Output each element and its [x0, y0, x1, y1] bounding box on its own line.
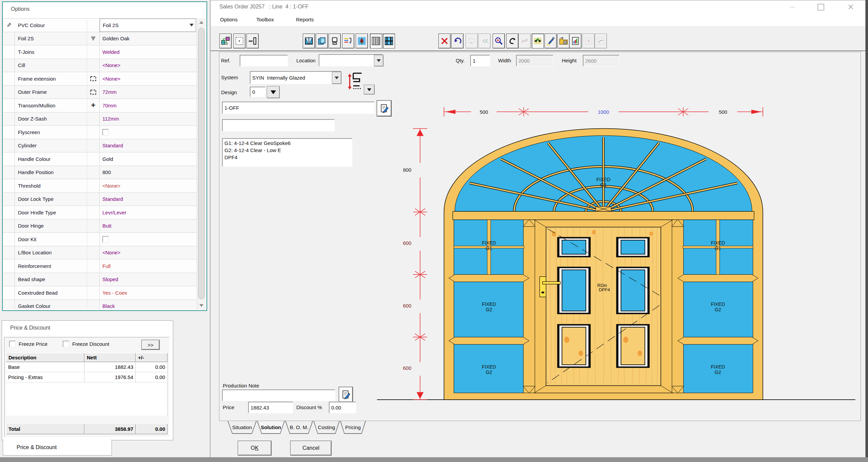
- description-input[interactable]: [222, 102, 375, 114]
- rotate-button[interactable]: [506, 34, 518, 48]
- option-row-outer-frame[interactable]: Outer Frame72mm: [3, 86, 197, 99]
- expand-button[interactable]: >>: [141, 340, 160, 350]
- add-panel-button[interactable]: [246, 34, 259, 48]
- freeze-price-checkbox[interactable]: Freeze Price: [9, 341, 47, 347]
- option-row-flyscreen[interactable]: Flyscreen: [3, 126, 197, 139]
- glazing-button[interactable]: [316, 34, 328, 48]
- zoom-button[interactable]: [493, 34, 505, 48]
- report-chart-button[interactable]: [569, 34, 581, 48]
- glazing-spec-list[interactable]: G1: 4-12-4 Clear GeoSpoke6G2: 4-12-4 Cle…: [222, 138, 352, 167]
- scroll-up-button[interactable]: [197, 18, 205, 26]
- tab-bom[interactable]: B. O. M.: [285, 421, 313, 434]
- option-value[interactable]: Golden Oak: [100, 32, 197, 45]
- option-row-frame-extension[interactable]: Frame extension<None>: [3, 72, 197, 86]
- option-row-threshold[interactable]: Threshold<None>: [3, 179, 197, 193]
- checkbox-icon[interactable]: [102, 236, 109, 243]
- option-row-bead-shape[interactable]: Bead shapeSloped: [3, 273, 197, 287]
- menu-item-toolbox[interactable]: Toolbox: [256, 17, 274, 22]
- minimize-button[interactable]: [787, 2, 798, 12]
- frame-dimensions-button[interactable]: [233, 34, 245, 48]
- option-value[interactable]: Standard: [100, 139, 197, 152]
- option-value[interactable]: Welded: [100, 45, 197, 59]
- option-row-door-hndle-type[interactable]: Door Hndle TypeLevr/Lever: [3, 206, 197, 219]
- location-combo[interactable]: [319, 54, 383, 66]
- option-value[interactable]: Foil 2S: [100, 19, 196, 32]
- option-value[interactable]: 72mm: [100, 86, 197, 99]
- spray-tool-button[interactable]: [545, 34, 557, 48]
- option-row-reinforcement[interactable]: ReinforcementFull: [3, 259, 197, 273]
- option-value[interactable]: Butt: [100, 219, 197, 233]
- option-value[interactable]: Black: [100, 300, 197, 310]
- location-dropdown-button[interactable]: [374, 55, 383, 66]
- profile-dropdown-button[interactable]: [364, 85, 375, 94]
- freeze-discount-checkbox[interactable]: Freeze Discount: [63, 341, 109, 347]
- system-combo[interactable]: [250, 71, 341, 84]
- option-row-pvc-colour[interactable]: ✎PVC ColourFoil 2S: [3, 19, 197, 32]
- option-row-coextruded-bead[interactable]: Coextruded BeadYes - Coex: [3, 286, 197, 300]
- design-input[interactable]: [250, 87, 265, 97]
- spec-list-item[interactable]: G2: 4-12-4 Clear - Low E: [224, 147, 350, 154]
- option-value[interactable]: 112mm: [100, 112, 197, 126]
- georgian-bars-button[interactable]: [383, 34, 395, 48]
- option-value[interactable]: Sloped: [100, 273, 197, 286]
- tab-pricing[interactable]: Pricing: [340, 421, 366, 434]
- option-row-gasket-colour[interactable]: Gasket ColourBlack: [3, 300, 197, 310]
- options-scrollbar[interactable]: [197, 18, 206, 310]
- discount-input[interactable]: [329, 402, 356, 413]
- option-value[interactable]: Standard: [100, 193, 197, 206]
- option-value[interactable]: Full: [100, 259, 197, 273]
- option-row-foil-2s[interactable]: Foil 2SGolden Oak: [3, 32, 197, 46]
- scroll-down-button[interactable]: [197, 301, 205, 310]
- option-row-transom-mullion[interactable]: Transom/Mullion+70mm: [3, 99, 197, 112]
- option-value[interactable]: Gold: [100, 152, 197, 166]
- option-row-cill[interactable]: Cill<None>: [3, 59, 197, 72]
- system-dropdown-button[interactable]: [332, 72, 341, 84]
- option-row-door-z-sash[interactable]: Door Z-Sash112mm: [3, 112, 197, 126]
- spec-list-item[interactable]: G1: 4-12-4 Clear GeoSpoke6: [224, 140, 350, 147]
- option-row-cylinder[interactable]: CylinderStandard: [3, 139, 197, 153]
- features-button[interactable]: [356, 34, 368, 48]
- undo-button[interactable]: [451, 34, 463, 48]
- cancel-button[interactable]: Cancel: [290, 441, 332, 456]
- sash-options-button[interactable]: [303, 34, 315, 48]
- menu-item-reports[interactable]: Reports: [296, 17, 314, 22]
- vertical-bars-button[interactable]: [370, 34, 382, 48]
- option-value[interactable]: [100, 233, 197, 246]
- option-value[interactable]: <None>: [100, 179, 197, 192]
- option-row-handle-position[interactable]: Handle Position800: [3, 166, 197, 180]
- option-value[interactable]: <None>: [100, 72, 197, 85]
- note-input[interactable]: [222, 119, 335, 131]
- price-row[interactable]: Base1882.430.00: [6, 362, 167, 372]
- price-input[interactable]: [248, 402, 293, 413]
- scrollbar-thumb[interactable]: [198, 28, 205, 299]
- option-row-l-box-location[interactable]: L/Box Location<None>: [3, 246, 197, 260]
- title-bar[interactable]: Sales Order J0257 : Line 4 : 1-OFF ✕: [211, 0, 865, 14]
- option-row-door-lock-type[interactable]: Door Lock TypeStandard: [3, 193, 197, 206]
- checkbox-icon[interactable]: [102, 129, 109, 135]
- close-button[interactable]: ✕: [845, 2, 856, 12]
- ref-input[interactable]: [240, 55, 288, 66]
- option-value[interactable]: 70mm: [100, 99, 197, 112]
- option-value[interactable]: [100, 126, 197, 139]
- tab-situation[interactable]: Situation: [228, 421, 257, 434]
- option-row-handle-colour[interactable]: Handle ColourGold: [3, 152, 197, 166]
- delete-button[interactable]: [438, 34, 451, 48]
- option-value[interactable]: <None>: [100, 246, 197, 259]
- costing-folder-button[interactable]: [557, 34, 570, 48]
- option-value[interactable]: Yes - Coex: [100, 286, 197, 299]
- option-value[interactable]: Levr/Lever: [100, 206, 197, 219]
- maximize-button[interactable]: [815, 2, 826, 12]
- chevron-down-icon[interactable]: [190, 24, 194, 26]
- specification-button[interactable]: [342, 34, 354, 48]
- fit-view-button[interactable]: [532, 34, 544, 48]
- transfer-colours-button[interactable]: [219, 34, 232, 48]
- option-value[interactable]: <None>: [100, 59, 197, 72]
- option-row-door-hinge[interactable]: Door HingeButt: [3, 219, 197, 233]
- design-dropdown-button[interactable]: [267, 86, 280, 98]
- design-drawing[interactable]: FIXEDG1FIXEDG1FIXEDG1FIXEDG2FIXEDG2FIXED…: [377, 97, 859, 412]
- spec-list-item[interactable]: DPF4: [224, 154, 350, 161]
- tab-solution[interactable]: Solution: [257, 421, 285, 434]
- tab-costing[interactable]: Costing: [313, 421, 340, 434]
- option-row-t-joins[interactable]: T-JoinsWelded: [3, 45, 197, 59]
- edit-production-note-button[interactable]: [339, 387, 353, 402]
